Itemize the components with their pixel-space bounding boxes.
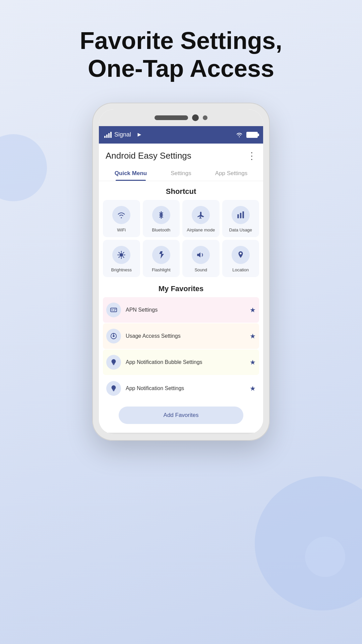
apn-icon (106, 303, 121, 317)
speaker (155, 115, 188, 120)
battery-icon (246, 132, 258, 138)
notif-bubble-star-icon[interactable]: ★ (250, 358, 256, 366)
notif-bubble-label: App Notification Bubble Settings (126, 359, 245, 365)
flashlight-icon (152, 246, 170, 264)
apn-settings-label: APN Settings (126, 307, 245, 313)
svg-line-11 (119, 257, 120, 257)
flashlight-label: Flashlight (152, 267, 171, 272)
svg-line-12 (123, 252, 124, 253)
favorites-title: My Favorites (103, 280, 259, 297)
favorite-notif-settings[interactable]: App Notification Settings ★ (103, 376, 259, 401)
location-icon (232, 246, 250, 264)
camera-dot-small (203, 115, 207, 120)
svg-point-4 (120, 253, 123, 257)
bg-decoration-1 (255, 476, 362, 610)
favorite-apn-settings[interactable]: APN Settings ★ (103, 297, 259, 323)
tab-app-settings[interactable]: App Settings (206, 166, 256, 181)
svg-point-15 (112, 309, 113, 311)
shortcut-grid: WiFi Bluetooth (103, 200, 259, 277)
svg-rect-22 (113, 364, 114, 365)
phone-bottom-line (99, 433, 263, 434)
phone-top-bar (99, 109, 263, 126)
app-title-row: Android Easy Settings ⋮ (106, 150, 256, 166)
svg-rect-24 (113, 390, 114, 391)
svg-rect-2 (240, 213, 241, 218)
svg-rect-21 (113, 364, 115, 364)
shortcut-data-usage[interactable]: Data Usage (222, 200, 259, 237)
tab-bar: Quick Menu Settings App Settings (106, 166, 256, 181)
location-label: Location (232, 267, 249, 272)
notif-star-icon[interactable]: ★ (250, 384, 256, 392)
bg-decoration-3 (0, 134, 47, 201)
tab-quick-menu[interactable]: Quick Menu (106, 166, 156, 181)
brightness-icon (112, 246, 130, 264)
bluetooth-icon (152, 206, 170, 224)
airplane-label: Airplane mode (187, 227, 215, 232)
status-bar: Signal ► (99, 126, 263, 144)
wifi-icon (112, 206, 130, 224)
usage-icon (106, 329, 121, 343)
wifi-label: WiFi (117, 227, 126, 232)
tab-settings[interactable]: Settings (156, 166, 206, 181)
status-app-name: Signal (114, 131, 131, 138)
status-left: Signal ► (104, 131, 142, 138)
svg-point-19 (113, 335, 115, 337)
bg-decoration-2 (305, 537, 345, 577)
camera-dot (192, 114, 199, 121)
page-title: Favorite Settings, One-Tap Access (80, 27, 282, 83)
sound-icon (192, 246, 210, 264)
shortcut-sound[interactable]: Sound (182, 240, 220, 277)
svg-rect-1 (237, 214, 239, 218)
shortcut-section-title: Shortcut (103, 181, 259, 200)
svg-rect-3 (242, 211, 244, 218)
shortcut-airplane[interactable]: Airplane mode (182, 200, 220, 237)
svg-point-13 (240, 253, 241, 254)
wifi-status-icon (236, 132, 243, 138)
signal-bars-icon (104, 132, 112, 138)
shortcut-flashlight[interactable]: Flashlight (143, 240, 180, 277)
notif-settings-label: App Notification Settings (126, 385, 245, 391)
usage-star-icon[interactable]: ★ (250, 332, 256, 340)
add-favorites-button[interactable]: Add Favorites (119, 407, 244, 424)
notif-bubble-icon (106, 355, 121, 370)
data-usage-icon (232, 206, 250, 224)
data-usage-label: Data Usage (229, 227, 252, 232)
shortcut-bluetooth[interactable]: Bluetooth (143, 200, 180, 237)
apn-star-icon[interactable]: ★ (250, 306, 256, 314)
usage-access-label: Usage Access Settings (126, 333, 245, 339)
notif-icon (106, 381, 121, 396)
svg-line-9 (119, 252, 120, 253)
app-header: Android Easy Settings ⋮ Quick Menu Setti… (99, 144, 263, 181)
phone-frame: Signal ► Android Easy Settings ⋮ (92, 103, 270, 441)
brightness-label: Brightness (111, 267, 132, 272)
sound-label: Sound (194, 267, 207, 272)
bluetooth-label: Bluetooth (152, 227, 170, 232)
overflow-menu-button[interactable]: ⋮ (247, 150, 256, 161)
app-content: Shortcut WiFi (99, 181, 263, 432)
airplane-icon (192, 206, 210, 224)
shortcut-location[interactable]: Location (222, 240, 259, 277)
favorite-usage-access[interactable]: Usage Access Settings ★ (103, 323, 259, 349)
navigation-icon: ► (136, 131, 142, 138)
svg-rect-23 (113, 390, 115, 390)
phone-inner: Signal ► Android Easy Settings ⋮ (99, 109, 263, 434)
app-title: Android Easy Settings (106, 151, 191, 161)
shortcut-wifi[interactable]: WiFi (103, 200, 140, 237)
favorite-notif-bubble[interactable]: App Notification Bubble Settings ★ (103, 350, 259, 375)
favorites-section: My Favorites APN Settings ★ (103, 280, 259, 424)
svg-line-10 (123, 257, 124, 257)
shortcut-brightness[interactable]: Brightness (103, 240, 140, 277)
status-right (236, 132, 258, 138)
